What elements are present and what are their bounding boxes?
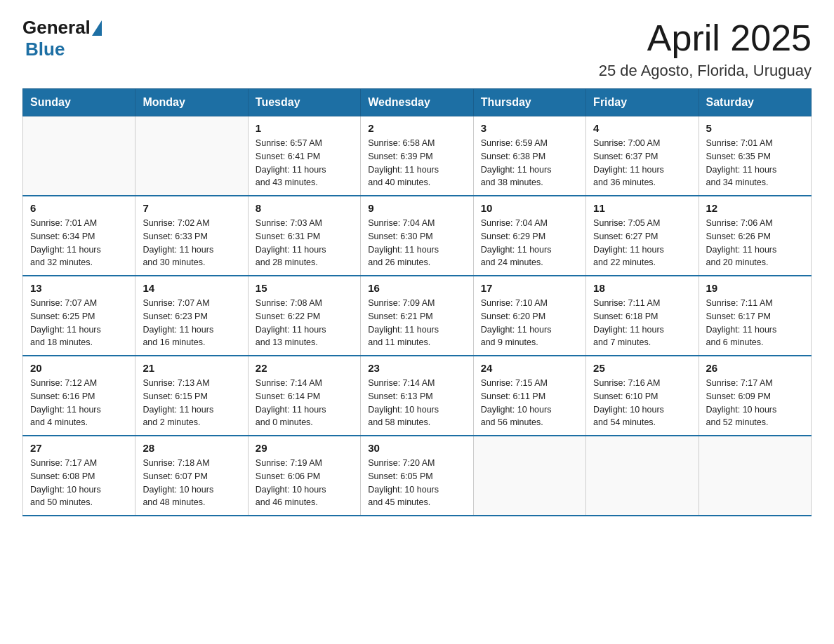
day-number: 30 <box>368 442 465 454</box>
day-number: 27 <box>30 442 128 454</box>
day-number: 20 <box>30 362 128 374</box>
day-info: Sunrise: 7:11 AM Sunset: 6:17 PM Dayligh… <box>706 297 804 349</box>
day-info: Sunrise: 7:11 AM Sunset: 6:18 PM Dayligh… <box>593 297 691 349</box>
day-number: 7 <box>143 202 240 214</box>
calendar-cell: 4Sunrise: 7:00 AM Sunset: 6:37 PM Daylig… <box>586 116 699 196</box>
day-info: Sunrise: 6:58 AM Sunset: 6:39 PM Dayligh… <box>368 137 465 189</box>
day-number: 4 <box>593 122 691 134</box>
day-number: 25 <box>593 362 691 374</box>
logo-triangle-icon <box>92 20 102 36</box>
calendar-cell: 29Sunrise: 7:19 AM Sunset: 6:06 PM Dayli… <box>248 436 360 516</box>
calendar-cell: 2Sunrise: 6:58 AM Sunset: 6:39 PM Daylig… <box>361 116 473 196</box>
day-number: 29 <box>256 442 353 454</box>
day-info: Sunrise: 7:01 AM Sunset: 6:34 PM Dayligh… <box>30 217 128 269</box>
day-number: 15 <box>256 282 353 294</box>
day-number: 11 <box>593 202 691 214</box>
calendar-cell: 15Sunrise: 7:08 AM Sunset: 6:22 PM Dayli… <box>248 276 360 356</box>
calendar-weekday-friday: Friday <box>586 89 699 116</box>
calendar-cell: 17Sunrise: 7:10 AM Sunset: 6:20 PM Dayli… <box>473 276 585 356</box>
calendar-weekday-wednesday: Wednesday <box>361 89 473 116</box>
calendar-cell <box>699 436 811 516</box>
day-number: 1 <box>256 122 353 134</box>
day-number: 21 <box>143 362 240 374</box>
title-block: April 2025 25 de Agosto, Florida, Urugua… <box>599 17 812 80</box>
calendar-cell: 26Sunrise: 7:17 AM Sunset: 6:09 PM Dayli… <box>699 356 811 436</box>
day-number: 16 <box>368 282 465 294</box>
day-number: 10 <box>481 202 578 214</box>
calendar-cell: 30Sunrise: 7:20 AM Sunset: 6:05 PM Dayli… <box>361 436 473 516</box>
day-number: 17 <box>481 282 578 294</box>
calendar-cell: 18Sunrise: 7:11 AM Sunset: 6:18 PM Dayli… <box>586 276 699 356</box>
calendar-cell: 11Sunrise: 7:05 AM Sunset: 6:27 PM Dayli… <box>586 196 699 276</box>
calendar-weekday-thursday: Thursday <box>473 89 585 116</box>
day-number: 8 <box>256 202 353 214</box>
calendar-cell: 7Sunrise: 7:02 AM Sunset: 6:33 PM Daylig… <box>135 196 248 276</box>
day-number: 28 <box>143 442 240 454</box>
day-info: Sunrise: 7:09 AM Sunset: 6:21 PM Dayligh… <box>368 297 465 349</box>
day-info: Sunrise: 7:00 AM Sunset: 6:37 PM Dayligh… <box>593 137 691 189</box>
calendar-cell: 23Sunrise: 7:14 AM Sunset: 6:13 PM Dayli… <box>361 356 473 436</box>
calendar-week-row: 1Sunrise: 6:57 AM Sunset: 6:41 PM Daylig… <box>23 116 812 196</box>
day-info: Sunrise: 7:07 AM Sunset: 6:23 PM Dayligh… <box>143 297 240 349</box>
page-header: General Blue April 2025 25 de Agosto, Fl… <box>22 17 812 80</box>
calendar-cell: 21Sunrise: 7:13 AM Sunset: 6:15 PM Dayli… <box>135 356 248 436</box>
day-info: Sunrise: 7:06 AM Sunset: 6:26 PM Dayligh… <box>706 217 804 269</box>
day-number: 22 <box>256 362 353 374</box>
calendar-week-row: 27Sunrise: 7:17 AM Sunset: 6:08 PM Dayli… <box>23 436 812 516</box>
day-number: 26 <box>706 362 804 374</box>
day-number: 3 <box>481 122 578 134</box>
day-info: Sunrise: 7:17 AM Sunset: 6:09 PM Dayligh… <box>706 377 804 429</box>
calendar-cell: 22Sunrise: 7:14 AM Sunset: 6:14 PM Dayli… <box>248 356 360 436</box>
day-info: Sunrise: 7:16 AM Sunset: 6:10 PM Dayligh… <box>593 377 691 429</box>
day-number: 19 <box>706 282 804 294</box>
day-number: 18 <box>593 282 691 294</box>
calendar-week-row: 6Sunrise: 7:01 AM Sunset: 6:34 PM Daylig… <box>23 196 812 276</box>
day-info: Sunrise: 7:13 AM Sunset: 6:15 PM Dayligh… <box>143 377 240 429</box>
day-info: Sunrise: 7:07 AM Sunset: 6:25 PM Dayligh… <box>30 297 128 349</box>
calendar-cell <box>586 436 699 516</box>
calendar-weekday-tuesday: Tuesday <box>248 89 360 116</box>
calendar-cell <box>135 116 248 196</box>
logo: General Blue <box>22 17 103 60</box>
day-info: Sunrise: 7:10 AM Sunset: 6:20 PM Dayligh… <box>481 297 578 349</box>
calendar-cell: 14Sunrise: 7:07 AM Sunset: 6:23 PM Dayli… <box>135 276 248 356</box>
calendar-cell: 8Sunrise: 7:03 AM Sunset: 6:31 PM Daylig… <box>248 196 360 276</box>
day-number: 13 <box>30 282 128 294</box>
calendar-header-row: SundayMondayTuesdayWednesdayThursdayFrid… <box>23 89 812 116</box>
day-info: Sunrise: 7:02 AM Sunset: 6:33 PM Dayligh… <box>143 217 240 269</box>
day-info: Sunrise: 7:04 AM Sunset: 6:30 PM Dayligh… <box>368 217 465 269</box>
day-info: Sunrise: 7:14 AM Sunset: 6:14 PM Dayligh… <box>256 377 353 429</box>
calendar-weekday-saturday: Saturday <box>699 89 811 116</box>
calendar-weekday-sunday: Sunday <box>23 89 135 116</box>
day-info: Sunrise: 7:04 AM Sunset: 6:29 PM Dayligh… <box>481 217 578 269</box>
calendar-week-row: 20Sunrise: 7:12 AM Sunset: 6:16 PM Dayli… <box>23 356 812 436</box>
calendar-cell: 1Sunrise: 6:57 AM Sunset: 6:41 PM Daylig… <box>248 116 360 196</box>
calendar-cell: 12Sunrise: 7:06 AM Sunset: 6:26 PM Dayli… <box>699 196 811 276</box>
day-info: Sunrise: 7:12 AM Sunset: 6:16 PM Dayligh… <box>30 377 128 429</box>
calendar-cell: 25Sunrise: 7:16 AM Sunset: 6:10 PM Dayli… <box>586 356 699 436</box>
day-info: Sunrise: 7:19 AM Sunset: 6:06 PM Dayligh… <box>256 457 353 509</box>
calendar-cell: 10Sunrise: 7:04 AM Sunset: 6:29 PM Dayli… <box>473 196 585 276</box>
day-info: Sunrise: 7:20 AM Sunset: 6:05 PM Dayligh… <box>368 457 465 509</box>
logo-blue-text: Blue <box>25 39 65 60</box>
day-number: 23 <box>368 362 465 374</box>
calendar-week-row: 13Sunrise: 7:07 AM Sunset: 6:25 PM Dayli… <box>23 276 812 356</box>
day-info: Sunrise: 7:17 AM Sunset: 6:08 PM Dayligh… <box>30 457 128 509</box>
day-info: Sunrise: 7:05 AM Sunset: 6:27 PM Dayligh… <box>593 217 691 269</box>
calendar-cell: 28Sunrise: 7:18 AM Sunset: 6:07 PM Dayli… <box>135 436 248 516</box>
calendar-cell: 13Sunrise: 7:07 AM Sunset: 6:25 PM Dayli… <box>23 276 135 356</box>
calendar-cell <box>23 116 135 196</box>
calendar-cell: 16Sunrise: 7:09 AM Sunset: 6:21 PM Dayli… <box>361 276 473 356</box>
day-info: Sunrise: 7:03 AM Sunset: 6:31 PM Dayligh… <box>256 217 353 269</box>
day-info: Sunrise: 7:08 AM Sunset: 6:22 PM Dayligh… <box>256 297 353 349</box>
calendar-cell <box>473 436 585 516</box>
month-title: April 2025 <box>599 17 812 59</box>
calendar-cell: 19Sunrise: 7:11 AM Sunset: 6:17 PM Dayli… <box>699 276 811 356</box>
calendar-cell: 5Sunrise: 7:01 AM Sunset: 6:35 PM Daylig… <box>699 116 811 196</box>
day-number: 24 <box>481 362 578 374</box>
calendar-cell: 3Sunrise: 6:59 AM Sunset: 6:38 PM Daylig… <box>473 116 585 196</box>
day-info: Sunrise: 7:15 AM Sunset: 6:11 PM Dayligh… <box>481 377 578 429</box>
day-number: 12 <box>706 202 804 214</box>
day-info: Sunrise: 6:59 AM Sunset: 6:38 PM Dayligh… <box>481 137 578 189</box>
day-info: Sunrise: 7:18 AM Sunset: 6:07 PM Dayligh… <box>143 457 240 509</box>
